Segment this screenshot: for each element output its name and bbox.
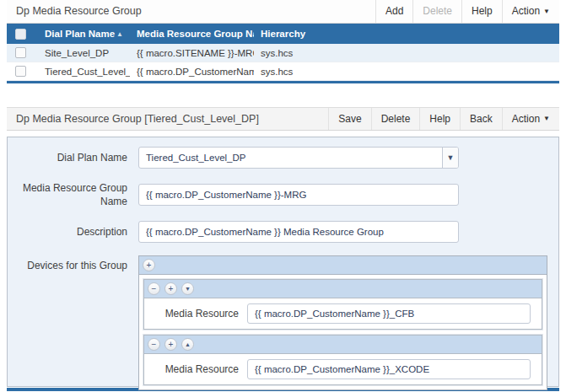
remove-row-button[interactable]: −	[148, 282, 160, 295]
cell-dial-plan[interactable]: Tiered_Cust_Level_DP	[38, 67, 130, 77]
cell-dial-plan[interactable]: Site_Level_DP	[38, 48, 130, 58]
devices-group-label: Devices for this Group	[8, 255, 127, 272]
form-row-dial-plan: Dial Plan Name Tiered_Cust_Level_DP ▼	[8, 147, 558, 169]
save-button[interactable]: Save	[328, 108, 370, 130]
device-group-item: − + ▼ Media Resource	[143, 279, 542, 330]
media-resource-label: Media Resource	[144, 363, 239, 375]
device-group-controls: − + ▼	[144, 280, 542, 298]
add-button[interactable]: Add	[375, 0, 412, 23]
move-down-button[interactable]: ▼	[181, 282, 194, 295]
device-group-body: Media Resource	[144, 354, 542, 384]
dropdown-arrow-icon[interactable]: ▼	[442, 148, 458, 168]
add-row-button[interactable]: +	[143, 259, 155, 271]
device-group-body: Media Resource	[144, 298, 542, 329]
arrow-down-icon: ▼	[185, 283, 191, 294]
dial-plan-select[interactable]: Tiered_Cust_Level_DP ▼	[138, 147, 459, 169]
form-row-devices: Devices for this Group + − + ▼	[8, 255, 558, 390]
list-panel: Dp Media Resource Group Add Delete Help …	[7, 0, 559, 83]
form-spacer	[7, 131, 559, 137]
column-header-dial-plan[interactable]: Dial Plan Name ▲	[38, 29, 130, 39]
detail-toolbar: Dp Media Resource Group [Tiered_Cust_Lev…	[7, 107, 559, 131]
mrg-name-label: Media Resource Group Name	[8, 181, 127, 208]
cell-hierarchy: sys.hcs	[254, 48, 559, 58]
table-header-row: Dial Plan Name ▲ Media Resource Group Na…	[7, 24, 559, 44]
devices-add-bar: +	[139, 256, 547, 275]
dial-plan-label: Dial Plan Name	[8, 151, 127, 164]
cell-hierarchy: sys.hcs	[254, 67, 559, 77]
column-header-label: Dial Plan Name	[45, 29, 115, 39]
help-button[interactable]: Help	[461, 0, 502, 23]
add-row-button[interactable]: +	[164, 282, 177, 295]
detail-panel-title: Dp Media Resource Group [Tiered_Cust_Lev…	[7, 108, 328, 130]
table-row[interactable]: Site_Level_DP {{ macro.SITENAME }}-MRG s…	[7, 44, 559, 62]
dial-plan-selected-value: Tiered_Cust_Level_DP	[139, 148, 442, 168]
table-row[interactable]: Tiered_Cust_Level_DP {{ macro.DP_Custome…	[7, 62, 559, 81]
move-up-button[interactable]: ▲	[181, 338, 194, 351]
mrg-name-input[interactable]	[138, 184, 459, 206]
media-resource-input[interactable]	[247, 359, 531, 379]
chevron-down-icon: ▼	[543, 115, 550, 122]
page: Dp Media Resource Group Add Delete Help …	[0, 0, 566, 392]
list-panel-title: Dp Media Resource Group	[7, 0, 375, 23]
add-row-button[interactable]: +	[164, 338, 177, 351]
select-all-checkbox[interactable]	[15, 29, 26, 40]
sort-ascending-icon[interactable]: ▲	[116, 30, 123, 38]
panel-spacer	[0, 83, 566, 107]
devices-group-list: − + ▼ Media Resource	[139, 275, 547, 389]
row-checkbox[interactable]	[15, 47, 26, 58]
row-checkbox[interactable]	[15, 66, 26, 77]
devices-group-box: + − + ▼	[138, 255, 547, 390]
column-header-mrg[interactable]: Media Resource Group Name	[130, 29, 254, 39]
media-resource-label: Media Resource	[144, 308, 239, 320]
help-button[interactable]: Help	[419, 108, 460, 130]
device-group-controls: − + ▲	[144, 336, 542, 354]
form-row-description: Description	[8, 221, 558, 243]
remove-row-button[interactable]: −	[148, 338, 160, 351]
cell-mrg: {{ macro.SITENAME }}-MRG	[130, 48, 254, 58]
back-button[interactable]: Back	[460, 108, 502, 130]
delete-button[interactable]: Delete	[371, 108, 420, 130]
action-label: Action	[512, 0, 540, 23]
cell-mrg: {{ macro.DP_CustomerName }}-MRG	[130, 67, 254, 77]
form-row-mrg-name: Media Resource Group Name	[8, 181, 558, 208]
description-label: Description	[8, 225, 127, 239]
media-resource-input[interactable]	[247, 303, 531, 324]
action-menu-button[interactable]: Action ▼	[502, 108, 559, 130]
action-menu-button[interactable]: Action ▼	[502, 0, 559, 23]
delete-button: Delete	[412, 0, 461, 23]
description-input[interactable]	[138, 221, 459, 243]
column-header-hierarchy[interactable]: Hierarchy	[254, 29, 559, 39]
list-toolbar: Dp Media Resource Group Add Delete Help …	[7, 0, 559, 24]
detail-panel: Dp Media Resource Group [Tiered_Cust_Lev…	[7, 107, 559, 391]
arrow-up-icon: ▲	[185, 339, 191, 350]
detail-form: Dial Plan Name Tiered_Cust_Level_DP ▼ Me…	[7, 137, 559, 387]
chevron-down-icon: ▼	[543, 8, 550, 15]
device-group-item: − + ▲ Media Resource	[143, 335, 542, 385]
action-label: Action	[512, 108, 540, 131]
